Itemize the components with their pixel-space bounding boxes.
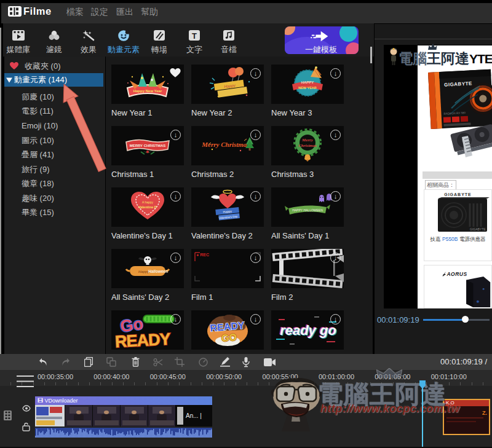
svg-text:Valentine D: Valentine D [138, 205, 157, 209]
svg-text:NEW YEAR: NEW YEAR [298, 86, 317, 90]
svg-text:Christmas: Christmas [298, 143, 317, 148]
svg-text:GIGABYTE: GIGABYTE [470, 227, 486, 231]
svg-text:Halloween: Halloween [148, 269, 168, 273]
svg-text:A happy: A happy [142, 200, 154, 204]
svg-text:READY: READY [114, 330, 171, 350]
svg-text:● REC: ● REC [196, 253, 209, 257]
svg-text:Merry: Merry [301, 138, 314, 143]
svg-text:GO: GO [221, 332, 237, 344]
svg-text:MERRY CHRISTMAS: MERRY CHRISTMAS [130, 144, 166, 147]
svg-text:HAPPY: HAPPY [301, 81, 314, 84]
svg-text:YTE: YTE [469, 52, 492, 66]
svg-text:HAPPY HALLOWEEN: HAPPY HALLOWEEN [292, 208, 323, 212]
svg-text:ready go: ready go [280, 323, 336, 338]
svg-text:Happy New Year: Happy New Year [133, 89, 162, 93]
svg-text:T: T [192, 31, 197, 41]
